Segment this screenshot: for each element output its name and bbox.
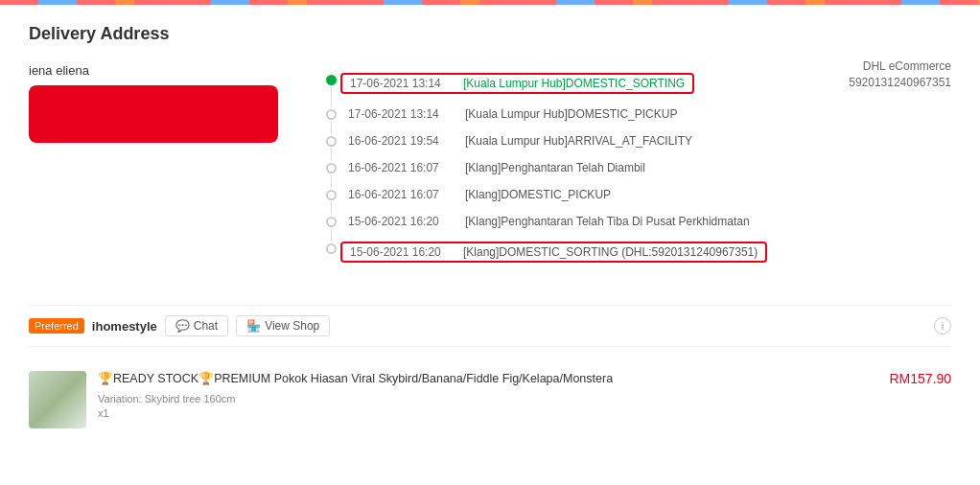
delivery-section: Delivery Address iena eliena DHL eCommer… bbox=[29, 24, 951, 276]
product-price: RM157.90 bbox=[889, 371, 951, 386]
tracking-time: 15-06-2021 16:20 bbox=[348, 215, 454, 228]
tracking-desc: [Klang]DOMESTIC_PICKUP bbox=[465, 188, 611, 201]
chat-button[interactable]: 💬 Chat bbox=[165, 315, 228, 336]
tracking-dot bbox=[326, 163, 337, 173]
tracking-time: 17-06-2021 13:14 bbox=[350, 77, 455, 90]
tracking-item: 17-06-2021 13:14 [Kuala Lumpur Hub]DOMES… bbox=[326, 73, 951, 94]
tracking-highlight-box-red: 15-06-2021 16:20 [Klang]DOMESTIC_SORTING… bbox=[340, 242, 767, 263]
tracking-item: 15-06-2021 16:20 [Klang]DOMESTIC_SORTING… bbox=[326, 242, 951, 263]
tracking-item: 16-06-2021 16:07 [Klang]DOMESTIC_PICKUP bbox=[326, 188, 951, 201]
product-variation: Variation: Skybird tree 160cm bbox=[98, 393, 877, 404]
view-shop-button[interactable]: 🏪 View Shop bbox=[236, 315, 330, 336]
tracking-column: DHL eCommerce 5920131240967351 17-06-202… bbox=[326, 63, 951, 276]
tracking-time: 16-06-2021 19:54 bbox=[348, 134, 454, 148]
shop-name: ihomestyle bbox=[92, 319, 157, 334]
view-shop-label: View Shop bbox=[265, 319, 319, 333]
tracking-desc: [Kuala Lumpur Hub]DOMESTIC_SORTING bbox=[463, 77, 685, 90]
product-row: 🏆READY STOCK🏆PREMIUM Pokok Hiasan Viral … bbox=[29, 361, 951, 438]
product-img-placeholder bbox=[29, 371, 86, 428]
tracking-time: 16-06-2021 16:07 bbox=[348, 188, 454, 201]
info-symbol: i bbox=[942, 320, 944, 332]
tracking-item: 15-06-2021 16:20 [Klang]Penghantaran Tel… bbox=[326, 215, 951, 228]
section-title: Delivery Address bbox=[29, 24, 951, 44]
product-details: 🏆READY STOCK🏆PREMIUM Pokok Hiasan Viral … bbox=[98, 371, 877, 419]
tracking-desc: [Klang]Penghantaran Telah Diambil bbox=[465, 161, 645, 174]
tracking-item: 16-06-2021 16:07 [Klang]Penghantaran Tel… bbox=[326, 161, 951, 174]
info-icon[interactable]: i bbox=[934, 317, 951, 335]
tracking-desc: [Klang]DOMESTIC_SORTING (DHL:59201312409… bbox=[463, 245, 758, 259]
tracking-desc: [Kuala Lumpur Hub]ARRIVAL_AT_FACILITY bbox=[465, 134, 692, 148]
tracking-dot bbox=[326, 217, 337, 227]
tracking-dot bbox=[326, 75, 337, 85]
tracking-highlight-box: 17-06-2021 13:14 [Kuala Lumpur Hub]DOMES… bbox=[340, 73, 694, 94]
tracking-time: 15-06-2021 16:20 bbox=[350, 245, 455, 259]
customer-name: iena eliena bbox=[29, 63, 297, 78]
tracking-desc: [Kuala Lumpur Hub]DOMESTIC_PICKUP bbox=[465, 107, 677, 121]
address-column: iena eliena bbox=[29, 63, 297, 276]
tracking-desc: [Klang]Penghantaran Telah Tiba Di Pusat … bbox=[465, 215, 750, 228]
product-name: 🏆READY STOCK🏆PREMIUM Pokok Hiasan Viral … bbox=[98, 371, 877, 388]
tracking-dot bbox=[326, 136, 337, 147]
product-image bbox=[29, 371, 86, 428]
tracking-time: 17-06-2021 13:14 bbox=[348, 107, 454, 121]
tracking-dot bbox=[326, 190, 337, 200]
tracking-list: 17-06-2021 13:14 [Kuala Lumpur Hub]DOMES… bbox=[326, 63, 951, 263]
address-redacted bbox=[29, 85, 278, 143]
tracking-item: 17-06-2021 13:14 [Kuala Lumpur Hub]DOMES… bbox=[326, 107, 951, 121]
shop-bar: Preferred ihomestyle 💬 Chat 🏪 View Shop … bbox=[29, 305, 951, 347]
chat-label: Chat bbox=[194, 319, 218, 333]
chat-icon: 💬 bbox=[175, 319, 190, 333]
shop-icon: 🏪 bbox=[246, 319, 261, 333]
preferred-badge: Preferred bbox=[29, 318, 84, 334]
tracking-dot bbox=[326, 243, 337, 254]
product-quantity: x1 bbox=[98, 407, 877, 419]
tracking-dot bbox=[326, 109, 337, 120]
delivery-body: iena eliena DHL eCommerce 59201312409673… bbox=[29, 63, 951, 276]
tracking-time: 16-06-2021 16:07 bbox=[348, 161, 454, 174]
tracking-item: 16-06-2021 19:54 [Kuala Lumpur Hub]ARRIV… bbox=[326, 134, 951, 148]
